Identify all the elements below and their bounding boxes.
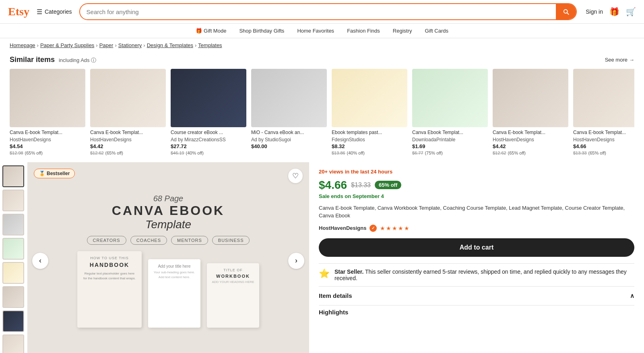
item-image-2	[90, 69, 166, 127]
tag-business: BUSINESS	[212, 236, 250, 245]
price-row: $4.66 $13.33 65% off	[319, 179, 634, 192]
item-title-2: Canva E-book Templat...	[90, 130, 166, 136]
thumbnail-3[interactable]	[2, 214, 24, 235]
add-to-cart-button[interactable]: Add to cart	[319, 238, 634, 257]
item-image-4	[251, 69, 327, 127]
thumbnail-8[interactable]	[2, 334, 24, 353]
item-price-4: $40.00	[251, 143, 327, 149]
sub-nav-gift-mode[interactable]: 🎁 Gift Mode	[196, 28, 226, 34]
breadcrumb-homepage[interactable]: Homepage	[10, 42, 35, 48]
books-preview: HOW TO USE THIS HANDBOOK Regular text pl…	[35, 251, 301, 328]
item-shop-5: FdesignStudios	[332, 137, 407, 142]
shop-row: HostHavenDesigns ✓ ★ ★ ★ ★ ★	[319, 225, 634, 232]
item-price-8: $4.66	[573, 143, 634, 149]
search-input[interactable]	[80, 4, 556, 19]
header-actions: Sign in 🎁 🛒	[586, 7, 636, 17]
search-button[interactable]	[556, 4, 576, 19]
thumbnail-5[interactable]	[2, 262, 24, 284]
similar-item-5[interactable]: Ebook templates past... FdesignStudios $…	[332, 69, 407, 156]
sub-nav-registry[interactable]: Registry	[393, 28, 412, 34]
product-description: Canva E-book Template, Canva Workbook Te…	[319, 204, 634, 220]
breadcrumb-design-templates[interactable]: Design & Templates	[147, 42, 193, 48]
favorite-button[interactable]: ♡	[288, 169, 303, 183]
item-image-3	[171, 69, 246, 127]
item-price-7: $4.42	[493, 143, 568, 149]
thumbnail-4[interactable]	[2, 238, 24, 260]
item-price-1: $4.54	[10, 143, 85, 149]
categories-button[interactable]: ☰ Categories	[33, 6, 75, 18]
product-info: 20+ views in the last 24 hours $4.66 $13…	[309, 162, 644, 353]
ebook-page-count: 68 Page	[35, 194, 301, 203]
sale-ends: Sale ends on September 4	[319, 193, 634, 199]
prev-image-button[interactable]: ‹	[32, 253, 48, 269]
similar-item-4[interactable]: MiO - Canva eBook an... Ad by StudioSugo…	[251, 69, 327, 156]
sub-nav-gift-cards[interactable]: Gift Cards	[425, 28, 448, 34]
ebook-tags: CREATORSCOACHESMENTORSBUSINESS	[35, 236, 301, 245]
product-section: 🏅 Bestseller ♡ ‹ › 68 Page CANVA EBOOK T…	[0, 162, 644, 353]
star-seller-box: ⭐ Star Seller. This seller consistently …	[319, 263, 634, 286]
star-rating: ★ ★ ★ ★ ★	[380, 225, 409, 231]
similar-item-1[interactable]: Canva E-book Templat... HostHavenDesigns…	[10, 69, 85, 156]
ebook-preview: 68 Page CANVA EBOOK Template CREATORSCOA…	[27, 186, 309, 336]
sub-nav-home[interactable]: Home Favorites	[297, 28, 334, 34]
item-title-5: Ebook templates past...	[332, 130, 407, 136]
bestseller-badge: 🏅 Bestseller	[34, 169, 75, 178]
similar-subtitle: including Ads	[59, 57, 90, 63]
similar-item-6[interactable]: Canva Ebook Templat... DownloadaPrintabl…	[412, 69, 488, 156]
discount-badge: 65% off	[375, 181, 401, 189]
star-seller-icon: ⭐	[319, 268, 330, 279]
next-image-button[interactable]: ›	[288, 253, 304, 269]
similar-item-8[interactable]: Canva E-book Templat... HostHavenDesigns…	[573, 69, 634, 156]
verified-icon: ✓	[369, 225, 377, 232]
thumbnail-7[interactable]	[2, 310, 24, 332]
sign-in-link[interactable]: Sign in	[586, 8, 603, 15]
search-bar	[79, 3, 577, 20]
item-shop-4: Ad by StudioSugoi	[251, 137, 327, 142]
tag-creators: CREATORS	[87, 236, 126, 245]
original-price: $13.33	[351, 182, 371, 189]
main-price: $4.66	[319, 179, 347, 192]
thumbnail-2[interactable]	[2, 190, 24, 211]
highlights-row[interactable]: Highlights	[319, 305, 634, 319]
item-shop-2: HostHavenDesigns	[90, 137, 166, 142]
logo[interactable]: Etsy	[8, 5, 29, 18]
item-shop-1: HostHavenDesigns	[10, 137, 85, 142]
item-details-row[interactable]: Item details ∧	[319, 286, 634, 305]
thumbnail-6[interactable]	[2, 286, 24, 308]
tag-mentors: MENTORS	[171, 236, 208, 245]
breadcrumb-paper[interactable]: Paper	[99, 42, 114, 48]
item-image-7	[493, 69, 568, 127]
sub-nav-birthday[interactable]: Shop Birthday Gifts	[239, 28, 284, 34]
breadcrumb-paper-party[interactable]: Paper & Party Supplies	[40, 42, 94, 48]
similar-item-3[interactable]: Course creator eBook ... Ad by MirazzCre…	[171, 69, 246, 156]
sub-nav-fashion[interactable]: Fashion Finds	[347, 28, 380, 34]
gift-icon-button[interactable]: 🎁	[609, 7, 619, 17]
breadcrumb-stationery[interactable]: Stationery	[118, 42, 142, 48]
similar-item-7[interactable]: Canva E-book Templat... HostHavenDesigns…	[493, 69, 568, 156]
similar-item-2[interactable]: Canva E-book Templat... HostHavenDesigns…	[90, 69, 166, 156]
item-title-4: MiO - Canva eBook an...	[251, 130, 327, 136]
breadcrumb: Homepage › Paper & Party Supplies › Pape…	[0, 38, 644, 52]
chevron-up-icon: ∧	[630, 292, 634, 299]
cart-icon-button[interactable]: 🛒	[626, 7, 636, 17]
ebook-main-title: CANVA EBOOK	[35, 203, 301, 218]
hamburger-icon: ☰	[37, 8, 42, 16]
breadcrumb-templates[interactable]: Templates	[198, 42, 222, 48]
similar-items-grid: Canva E-book Templat... HostHavenDesigns…	[10, 69, 634, 156]
search-icon	[562, 8, 570, 15]
see-more-link[interactable]: See more →	[605, 57, 634, 63]
item-shop-3: Ad by MirazzCreationsSS	[171, 137, 246, 142]
item-title-1: Canva E-book Templat...	[10, 130, 85, 136]
item-price-2: $4.42	[90, 143, 166, 149]
star-seller-text: Star Seller. This seller consistently ea…	[334, 268, 634, 281]
item-image-8	[573, 69, 634, 127]
book-3: TITLE OF WORKBOOK ADD YOUR HEADING HERE	[207, 263, 259, 328]
info-icon[interactable]: ⓘ	[91, 57, 96, 63]
categories-label: Categories	[45, 8, 72, 15]
thumbnail-1[interactable]	[2, 165, 24, 187]
shop-name[interactable]: HostHavenDesigns	[319, 225, 366, 231]
item-title-6: Canva Ebook Templat...	[412, 130, 488, 136]
book-1: HOW TO USE THIS HANDBOOK Regular text pl…	[77, 251, 142, 328]
similar-items-section: Similar items including Ads ⓘ See more →…	[0, 52, 644, 162]
tag-coaches: COACHES	[130, 236, 167, 245]
